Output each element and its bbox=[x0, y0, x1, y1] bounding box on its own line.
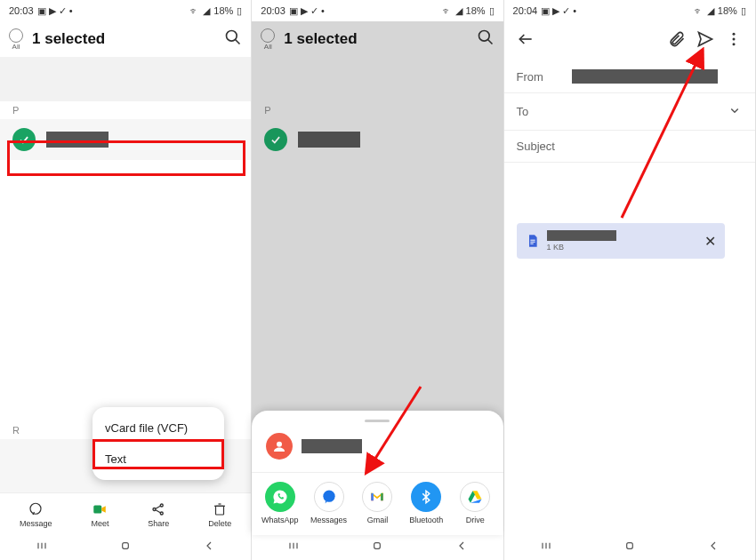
share-app-drive[interactable]: Drive bbox=[453, 482, 497, 524]
section-header-p: P bbox=[252, 101, 503, 119]
screen-share-sheet: 20:03 ▣ ▶ ✓ • ᯤ ◢ 18% ▯ All 1 selected P bbox=[252, 0, 503, 560]
status-time: 20:03 bbox=[9, 5, 34, 16]
select-all-button[interactable]: All bbox=[261, 28, 275, 51]
nav-back[interactable] bbox=[202, 539, 216, 556]
contact-row-selected[interactable] bbox=[0, 119, 251, 160]
svg-point-17 bbox=[479, 31, 489, 42]
share-format-popup: vCard file (VCF) Text bbox=[92, 407, 224, 480]
subject-label: Subject bbox=[517, 140, 555, 153]
nav-back[interactable] bbox=[454, 539, 469, 556]
nav-recents[interactable] bbox=[35, 539, 49, 556]
selection-count: 1 selected bbox=[32, 30, 105, 48]
svg-rect-22 bbox=[382, 493, 384, 500]
action-meet[interactable]: Meet bbox=[91, 501, 109, 528]
remove-attachment-icon[interactable]: ✕ bbox=[704, 233, 716, 250]
action-delete[interactable]: Delete bbox=[208, 501, 231, 528]
battery-icon: ▯ bbox=[237, 5, 242, 17]
compose-to-row[interactable]: To bbox=[504, 93, 755, 131]
status-icons-left: ▣ ▶ ✓ • bbox=[37, 5, 73, 17]
status-icons-left: ▣ ▶ ✓ • bbox=[541, 5, 576, 17]
contact-name-redacted bbox=[298, 132, 360, 148]
svg-point-5 bbox=[153, 508, 156, 510]
nav-home[interactable] bbox=[118, 539, 133, 556]
attachment-card[interactable]: 1 KB ✕ bbox=[517, 223, 725, 259]
select-all-button[interactable]: All bbox=[9, 28, 23, 51]
system-nav bbox=[504, 535, 755, 560]
popup-item-vcf[interactable]: vCard file (VCF) bbox=[92, 412, 224, 444]
attachment-size: 1 KB bbox=[547, 243, 616, 252]
compose-toolbar bbox=[504, 21, 755, 60]
system-nav bbox=[252, 535, 503, 560]
status-icons-left: ▣ ▶ ✓ • bbox=[289, 5, 325, 17]
nav-back[interactable] bbox=[706, 539, 720, 556]
status-bar: 20:04 ▣ ▶ ✓ • ᯤ ◢ 18% ▯ bbox=[504, 0, 755, 21]
svg-rect-16 bbox=[123, 543, 129, 549]
back-icon[interactable] bbox=[511, 25, 540, 57]
all-label: All bbox=[264, 43, 272, 51]
svg-rect-43 bbox=[626, 543, 632, 549]
svg-rect-38 bbox=[530, 242, 535, 243]
from-value-redacted bbox=[572, 69, 718, 84]
system-nav bbox=[0, 535, 251, 560]
share-sheet: WhatsApp Messages Gmail Bluetooth Drive bbox=[252, 411, 503, 535]
battery-icon: ▯ bbox=[489, 5, 495, 17]
popup-item-text[interactable]: Text bbox=[92, 444, 224, 475]
share-app-row: WhatsApp Messages Gmail Bluetooth Drive bbox=[252, 476, 503, 530]
svg-point-36 bbox=[732, 43, 735, 45]
svg-line-8 bbox=[156, 506, 160, 508]
battery-label: 18% bbox=[718, 5, 737, 16]
expand-recipients-icon[interactable] bbox=[727, 102, 743, 121]
compose-from-row[interactable]: From bbox=[504, 60, 755, 93]
svg-rect-37 bbox=[530, 240, 535, 241]
compose-subject-row[interactable]: Subject bbox=[504, 131, 755, 163]
search-icon[interactable] bbox=[224, 28, 242, 50]
header-spacer bbox=[0, 57, 251, 101]
nav-recents[interactable] bbox=[539, 539, 553, 556]
svg-point-2 bbox=[30, 503, 41, 514]
status-bar: 20:03 ▣ ▶ ✓ • ᯤ ◢ 18% ▯ bbox=[252, 0, 503, 21]
svg-rect-10 bbox=[216, 506, 224, 515]
status-time: 20:03 bbox=[261, 5, 286, 16]
battery-icon: ▯ bbox=[741, 5, 746, 17]
share-app-messages[interactable]: Messages bbox=[307, 482, 351, 524]
check-icon bbox=[264, 128, 287, 151]
section-header-p: P bbox=[0, 101, 251, 119]
compose-body[interactable]: 1 KB ✕ bbox=[504, 163, 755, 535]
all-label: All bbox=[12, 43, 20, 51]
wifi-icon: ᯤ bbox=[694, 5, 704, 16]
action-share[interactable]: Share bbox=[148, 501, 169, 528]
check-icon bbox=[12, 128, 36, 151]
share-app-gmail[interactable]: Gmail bbox=[355, 482, 399, 524]
search-icon[interactable] bbox=[477, 28, 495, 50]
sheet-handle[interactable] bbox=[365, 420, 390, 422]
svg-rect-39 bbox=[530, 244, 533, 244]
wifi-icon: ᯤ bbox=[189, 5, 199, 16]
contact-file-icon bbox=[266, 433, 293, 460]
svg-point-34 bbox=[732, 33, 735, 36]
selection-count: 1 selected bbox=[284, 30, 357, 48]
more-icon[interactable] bbox=[720, 25, 748, 57]
share-file-name-redacted bbox=[302, 439, 362, 453]
svg-rect-29 bbox=[374, 543, 381, 549]
svg-point-0 bbox=[227, 31, 237, 42]
battery-label: 18% bbox=[213, 5, 233, 16]
wifi-icon: ᯤ bbox=[442, 5, 452, 16]
nav-recents[interactable] bbox=[286, 539, 301, 556]
signal-icon: ◢ bbox=[455, 5, 462, 17]
signal-icon: ◢ bbox=[203, 5, 210, 17]
send-icon[interactable] bbox=[691, 25, 720, 57]
share-app-whatsapp[interactable]: WhatsApp bbox=[258, 482, 302, 524]
battery-label: 18% bbox=[466, 5, 486, 16]
attachment-meta: 1 KB bbox=[547, 230, 616, 252]
contact-row-selected[interactable] bbox=[252, 119, 503, 160]
attach-icon[interactable] bbox=[663, 25, 691, 57]
action-message[interactable]: Message bbox=[20, 501, 52, 528]
share-app-bluetooth[interactable]: Bluetooth bbox=[404, 482, 448, 524]
share-file-header bbox=[252, 429, 503, 472]
app-header: All 1 selected bbox=[252, 21, 503, 57]
bottom-actions: Message Meet Share Delete bbox=[0, 492, 251, 535]
svg-point-7 bbox=[161, 512, 164, 515]
nav-home[interactable] bbox=[623, 539, 637, 556]
svg-marker-4 bbox=[102, 506, 107, 513]
nav-home[interactable] bbox=[370, 539, 384, 556]
